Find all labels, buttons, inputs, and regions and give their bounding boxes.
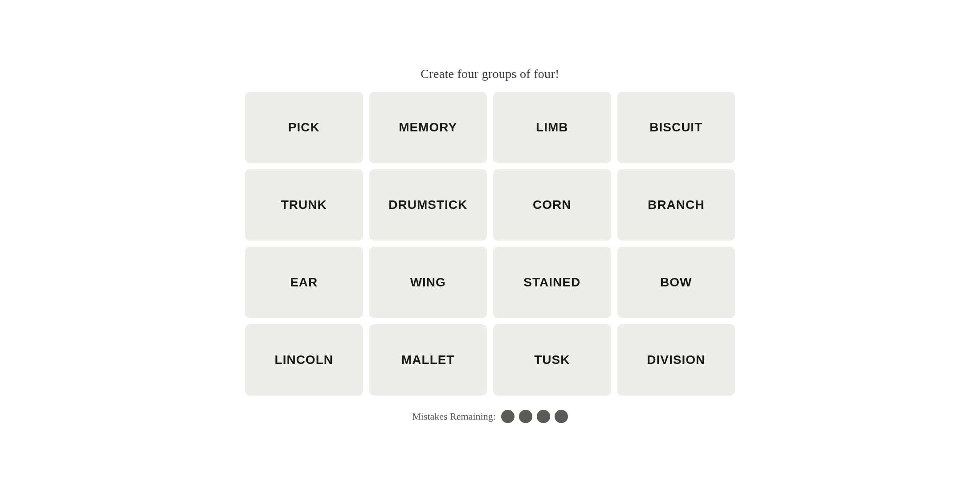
tile-label: TUSK: [534, 353, 570, 367]
tile-branch[interactable]: BRANCH: [617, 169, 735, 241]
tile-grid: PICKMEMORYLIMBBISCUITTRUNKDRUMSTICKCORNB…: [245, 92, 735, 396]
tile-label: STAINED: [523, 275, 580, 290]
tile-memory[interactable]: MEMORY: [369, 92, 487, 163]
tile-label: CORN: [533, 198, 571, 212]
tile-corn[interactable]: CORN: [493, 169, 611, 241]
tile-lincoln[interactable]: LINCOLN: [245, 324, 363, 396]
mistake-dot-0: [501, 410, 514, 423]
tile-label: DIVISION: [647, 353, 705, 367]
tile-label: DRUMSTICK: [388, 198, 467, 212]
tile-label: WING: [410, 275, 446, 290]
tile-label: EAR: [290, 275, 318, 290]
tile-label: PICK: [288, 120, 320, 135]
tile-label: TRUNK: [281, 198, 327, 212]
tile-mallet[interactable]: MALLET: [369, 324, 487, 396]
mistake-dot-2: [537, 410, 550, 423]
tile-label: BISCUIT: [649, 120, 702, 135]
game-container: Create four groups of four! PICKMEMORYLI…: [245, 67, 735, 423]
tile-tusk[interactable]: TUSK: [493, 324, 611, 396]
tile-division[interactable]: DIVISION: [617, 324, 735, 396]
mistakes-label: Mistakes Remaining:: [412, 411, 496, 422]
mistake-dot-3: [555, 410, 568, 423]
tile-trunk[interactable]: TRUNK: [245, 169, 363, 241]
tile-label: LINCOLN: [275, 353, 333, 367]
tile-label: BOW: [660, 275, 692, 290]
tile-label: MALLET: [401, 353, 455, 367]
mistake-dot-1: [519, 410, 532, 423]
game-subtitle: Create four groups of four!: [421, 67, 559, 81]
tile-stained[interactable]: STAINED: [493, 247, 611, 318]
tile-biscuit[interactable]: BISCUIT: [617, 92, 735, 163]
tile-label: BRANCH: [648, 198, 704, 212]
tile-bow[interactable]: BOW: [617, 247, 735, 318]
tile-drumstick[interactable]: DRUMSTICK: [369, 169, 487, 241]
tile-label: MEMORY: [399, 120, 457, 135]
tile-pick[interactable]: PICK: [245, 92, 363, 163]
tile-ear[interactable]: EAR: [245, 247, 363, 318]
tile-limb[interactable]: LIMB: [493, 92, 611, 163]
mistakes-section: Mistakes Remaining:: [412, 410, 568, 423]
mistakes-dots: [501, 410, 568, 423]
tile-wing[interactable]: WING: [369, 247, 487, 318]
tile-label: LIMB: [536, 120, 568, 135]
